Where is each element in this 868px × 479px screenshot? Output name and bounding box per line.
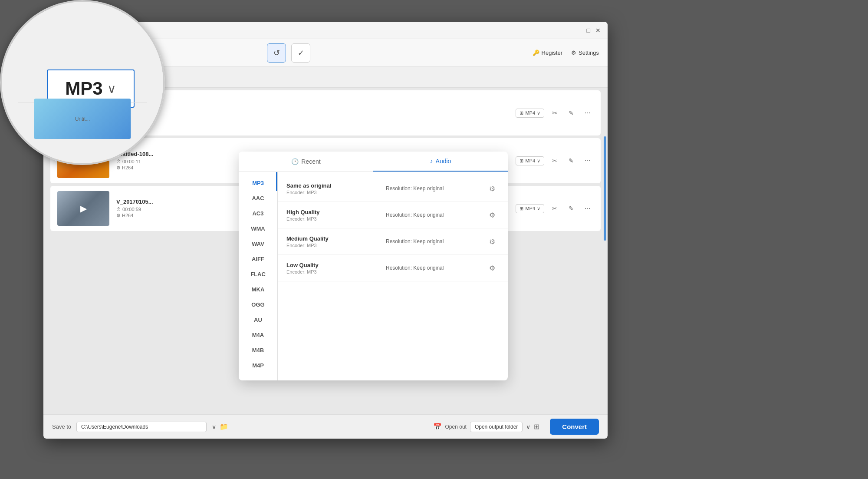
more-icon-1[interactable]: ⋯ xyxy=(582,107,594,119)
preset-resolution-4: Resolution: Keep original xyxy=(386,265,485,271)
maximize-button[interactable]: □ xyxy=(587,27,590,34)
magnify-content: s MP3 ∨ Untit... xyxy=(2,2,163,163)
bottom-bar: Save to C:\Users\Eugene\Downloads ∨ 📁 📅 … xyxy=(43,414,608,439)
window-controls: — □ ✕ xyxy=(575,27,601,34)
magnify-file-label: Untit... xyxy=(75,116,90,122)
format-mp3[interactable]: MP3 xyxy=(239,175,277,191)
format-value-3: MP4 xyxy=(525,206,535,211)
settings-link[interactable]: ⚙ Settings xyxy=(571,50,599,56)
magnify-dropdown-arrow[interactable]: ∨ xyxy=(107,82,116,96)
more-icon-2[interactable]: ⋯ xyxy=(582,155,594,167)
cut-icon-3[interactable]: ✂ xyxy=(549,202,561,215)
format-tag-1[interactable]: ⊞ MP4 ∨ xyxy=(516,109,544,118)
format-ac3[interactable]: AC3 xyxy=(239,206,277,221)
preset-same-as-original[interactable]: Same as original Encoder: MP3 Resolution… xyxy=(278,175,508,202)
magnify-overlay: s MP3 ∨ Untit... xyxy=(0,0,165,165)
refresh-button[interactable]: ↺ xyxy=(267,43,286,63)
format-wma[interactable]: WMA xyxy=(239,221,277,236)
preset-resolution-1: Resolution: Keep original xyxy=(386,185,485,192)
more-icon-3[interactable]: ⋯ xyxy=(582,202,594,215)
chevron-icon-3: ∨ xyxy=(537,206,540,211)
preset-info-4: Low Quality Encoder: MP3 xyxy=(286,262,386,274)
grid-view-icon[interactable]: ⊞ xyxy=(534,423,539,431)
convert-button[interactable]: Convert xyxy=(550,419,599,435)
clock-icon: 🕐 xyxy=(291,158,299,165)
check-button[interactable]: ✓ xyxy=(291,43,310,63)
preset-encoder-4: Encoder: MP3 xyxy=(286,269,386,274)
open-out-section: 📅 Open out Open output folder ∨ ⊞ xyxy=(433,422,540,432)
format-m4b[interactable]: M4B xyxy=(239,343,277,358)
toolbar-right: 🔑 Register ⚙ Settings xyxy=(533,50,599,56)
preset-settings-3[interactable]: ⚙ xyxy=(485,235,499,248)
format-modal: 🕐 Recent ♪ Audio MP3 AAC AC3 WMA WAV AIF… xyxy=(239,152,508,380)
preset-name-3: Medium Quality xyxy=(286,235,386,242)
preset-info-1: Same as original Encoder: MP3 xyxy=(286,182,386,195)
chevron-icon-2: ∨ xyxy=(537,158,540,164)
dropdown-btn[interactable]: ∨ xyxy=(212,423,216,430)
format-flac[interactable]: FLAC xyxy=(239,267,277,282)
file-actions-2: ⊞ MP4 ∨ ✂ ✎ ⋯ xyxy=(516,155,594,167)
format-m4p[interactable]: M4P xyxy=(239,358,277,373)
preset-name-2: High Quality xyxy=(286,209,386,215)
play-icon-3[interactable]: ▶ xyxy=(80,203,87,214)
preset-info-3: Medium Quality Encoder: MP3 xyxy=(286,235,386,248)
format-modal-body: MP3 AAC AC3 WMA WAV AIFF FLAC MKA OGG AU… xyxy=(239,172,508,380)
preset-name-1: Same as original xyxy=(286,182,386,189)
preset-low-quality[interactable]: Low Quality Encoder: MP3 Resolution: Kee… xyxy=(278,255,508,281)
format-value-1: MP4 xyxy=(525,110,535,116)
folder-icon[interactable]: 📁 xyxy=(220,423,228,431)
preset-settings-1[interactable]: ⚙ xyxy=(485,182,499,195)
codec-1: ⚙ H264 xyxy=(116,117,509,123)
register-link[interactable]: 🔑 Register xyxy=(533,50,562,56)
duration-1: ⏱ 00:00:07 xyxy=(116,111,509,116)
gear-icon: ⚙ xyxy=(571,50,576,56)
register-label: Register xyxy=(542,50,562,56)
format-wav[interactable]: WAV xyxy=(239,236,277,251)
cut-icon-2[interactable]: ✂ xyxy=(549,155,561,167)
file-actions-1: ⊞ MP4 ∨ ✂ ✎ ⋯ xyxy=(516,107,594,119)
preset-settings-2[interactable]: ⚙ xyxy=(485,208,499,222)
grid-icon-1: ⊞ xyxy=(519,110,523,116)
format-list: MP3 AAC AC3 WMA WAV AIFF FLAC MKA OGG AU… xyxy=(239,172,278,380)
save-label: Save to xyxy=(52,423,71,430)
settings-label: Settings xyxy=(579,50,599,56)
close-button[interactable]: ✕ xyxy=(595,27,601,34)
magnify-mp3-label: MP3 xyxy=(65,78,102,99)
file-meta-1: ⏱ 00:00:07 ⚙ H264 xyxy=(116,111,509,123)
calendar-icon: 📅 xyxy=(433,423,442,431)
tab-audio-label: Audio xyxy=(436,158,451,165)
open-out-dropdown[interactable]: ∨ xyxy=(526,423,530,430)
grid-icon-2: ⊞ xyxy=(519,158,523,164)
format-au[interactable]: AU xyxy=(239,312,277,327)
format-tag-2[interactable]: ⊞ MP4 ∨ xyxy=(516,156,544,165)
format-aac[interactable]: AAC xyxy=(239,191,277,206)
file-actions-3: ⊞ MP4 ∨ ✂ ✎ ⋯ xyxy=(516,202,594,215)
preset-high-quality[interactable]: High Quality Encoder: MP3 Resolution: Ke… xyxy=(278,202,508,228)
minimize-button[interactable]: — xyxy=(575,27,582,34)
scroll-indicator[interactable] xyxy=(604,136,606,241)
preset-encoder-2: Encoder: MP3 xyxy=(286,216,386,221)
open-out-path[interactable]: Open output folder xyxy=(470,422,523,432)
save-path[interactable]: C:\Users\Eugene\Downloads xyxy=(76,422,207,432)
format-mka[interactable]: MKA xyxy=(239,282,277,297)
tab-recent[interactable]: 🕐 Recent xyxy=(239,152,373,172)
file-info-1: Untitled-108... ⏱ 00:00:07 ⚙ H264 xyxy=(116,103,509,123)
preset-name-4: Low Quality xyxy=(286,262,386,268)
edit-icon-1[interactable]: ✎ xyxy=(565,107,577,119)
file-name-1: Untitled-108... xyxy=(116,103,509,109)
format-m4a[interactable]: M4A xyxy=(239,327,277,343)
edit-icon-2[interactable]: ✎ xyxy=(565,155,577,167)
preset-medium-quality[interactable]: Medium Quality Encoder: MP3 Resolution: … xyxy=(278,228,508,255)
preset-settings-4[interactable]: ⚙ xyxy=(485,261,499,275)
format-presets: Same as original Encoder: MP3 Resolution… xyxy=(278,172,508,380)
check-icon: ✓ xyxy=(298,48,304,58)
preset-resolution-3: Resolution: Keep original xyxy=(386,238,485,244)
tab-audio[interactable]: ♪ Audio xyxy=(373,152,508,172)
cut-icon-1[interactable]: ✂ xyxy=(549,107,561,119)
tab-recent-label: Recent xyxy=(301,158,320,165)
magnify-bg-s: s xyxy=(10,26,15,37)
format-tag-3[interactable]: ⊞ MP4 ∨ xyxy=(516,204,544,213)
format-aiff[interactable]: AIFF xyxy=(239,251,277,267)
edit-icon-3[interactable]: ✎ xyxy=(565,202,577,215)
format-ogg[interactable]: OGG xyxy=(239,297,277,312)
